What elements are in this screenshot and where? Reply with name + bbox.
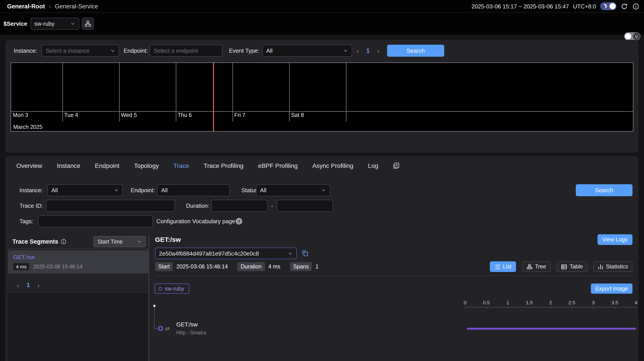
segments-page-number[interactable]: 1	[26, 282, 30, 288]
trace-search-button[interactable]: Search	[576, 184, 632, 196]
filter-status-select[interactable]: All	[256, 184, 330, 196]
tab-log[interactable]: Log	[368, 162, 378, 169]
theme-toggle[interactable]	[600, 2, 616, 10]
tab-bar: Overview Instance Endpoint Topology Trac…	[5, 156, 639, 176]
time-range-value[interactable]: 2025-03-06 15:17 ~ 2025-03-06 15:47	[472, 3, 569, 10]
service-select[interactable]: sw-ruby	[30, 18, 79, 30]
timeline-current-time-marker	[213, 63, 214, 131]
start-label-badge: Start	[155, 262, 173, 271]
tab-async-profiling[interactable]: Async Profiling	[312, 162, 353, 169]
span-name[interactable]: GET:/sw	[176, 321, 198, 328]
segments-next-page-button[interactable]: ›	[38, 281, 40, 289]
ruler-tick-label: 2	[549, 300, 552, 305]
timeline-gridline	[62, 63, 63, 121]
timeline-day-label: Wed 5	[121, 112, 137, 118]
segments-info-icon[interactable]	[60, 239, 66, 244]
view-statistics-button[interactable]: Statistics	[594, 261, 632, 272]
span-connector-vertical	[154, 307, 154, 329]
span-connector-horizontal	[154, 329, 158, 329]
tab-trace[interactable]: Trace	[174, 162, 189, 169]
service-tag[interactable]: sw-ruby	[154, 284, 189, 294]
events-instance-select[interactable]: Select a instance	[42, 45, 119, 57]
tab-topology[interactable]: Topology	[134, 162, 159, 169]
timeline-month-label: March 2025	[13, 124, 42, 130]
view-table-button[interactable]: Table	[557, 261, 587, 272]
ruler-tick	[529, 307, 530, 309]
view-switcher: List Tree Table Statistics	[490, 261, 632, 272]
chevron-down-icon	[114, 188, 119, 193]
tab-ebpf-profiling[interactable]: eBPF Profiling	[258, 162, 298, 169]
info-icon[interactable]	[632, 2, 640, 10]
trace-segment-item[interactable]: GET:/sw 4 ms 2025-03-06 15:46:14	[8, 250, 148, 273]
segments-empty-area	[8, 292, 148, 361]
events-search-button[interactable]: Search	[387, 45, 444, 57]
breadcrumb-root[interactable]: General-Root	[7, 3, 45, 10]
trace-filter-row-3: Tags: Configuration Vocabulary page ?	[5, 215, 639, 227]
segments-sort-select[interactable]: Start Time	[94, 236, 146, 247]
filter-instance-select[interactable]: All	[48, 184, 123, 196]
filter-trace-id-label: Trace ID:	[20, 200, 43, 212]
ruler-tick	[572, 307, 572, 309]
version-toggle[interactable]: V	[624, 32, 640, 40]
segment-name: GET:/sw	[13, 254, 143, 260]
ruler-tick-label: 2.5	[568, 300, 575, 305]
main-panel: Overview Instance Endpoint Topology Trac…	[5, 156, 639, 361]
filter-instance-value: All	[52, 187, 111, 194]
table-icon	[561, 264, 567, 269]
events-prev-page-button[interactable]: ‹	[356, 47, 359, 54]
chevron-down-icon	[343, 48, 348, 53]
events-filter-row: Instance: Select a instance Endpoint: Se…	[5, 45, 639, 57]
filter-status-value: All	[260, 187, 318, 194]
ruler-tick-label: 3.5	[612, 300, 618, 305]
duration-max-input[interactable]	[277, 200, 333, 212]
tab-trace-profiling[interactable]: Trace Profiling	[204, 162, 244, 169]
events-event-type-select[interactable]: All	[262, 45, 352, 57]
trace-id-input[interactable]	[46, 200, 175, 212]
ruler-tick	[508, 307, 508, 309]
copy-trace-id-icon[interactable]	[302, 250, 308, 256]
moon-icon	[602, 4, 607, 8]
tab-endpoint[interactable]: Endpoint	[95, 162, 120, 169]
refresh-icon[interactable]	[620, 2, 628, 10]
trace-id-select[interactable]: 2e50a4f6884d497a81e97d5c4c20e0c8	[155, 248, 297, 259]
events-next-page-button[interactable]: ›	[377, 47, 379, 54]
service-tag-circle-icon	[158, 287, 162, 290]
trace-filter-row-1: Instance: All Endpoint: All Status: All …	[5, 184, 639, 196]
chevron-down-icon	[70, 21, 75, 26]
tab-overview[interactable]: Overview	[16, 162, 42, 169]
view-tree-button[interactable]: Tree	[522, 261, 551, 272]
duration-label-badge: Duration	[238, 262, 265, 271]
timeline-day-label: Sat 8	[291, 112, 304, 118]
tab-instance[interactable]: Instance	[57, 162, 80, 169]
timezone-value[interactable]: UTC+8:0	[573, 3, 596, 10]
segments-prev-page-button[interactable]: ‹	[17, 281, 19, 289]
timeline-day-label: Mon 3	[13, 112, 28, 118]
topology-button[interactable]	[82, 18, 94, 30]
span-duration-bar[interactable]	[467, 328, 636, 330]
export-image-button[interactable]: Export image	[591, 284, 632, 294]
span-node-circle[interactable]	[158, 326, 163, 331]
trace-detail-title: GET:/sw	[155, 236, 181, 243]
events-event-type-label: Event Type:	[229, 45, 259, 57]
events-pagination: ‹ 1 ›	[356, 45, 379, 57]
copy-dashboard-icon[interactable]	[393, 162, 400, 169]
vocabulary-link[interactable]: Configuration Vocabulary page	[156, 215, 235, 227]
events-endpoint-select[interactable]: Select a endpoint	[150, 45, 222, 57]
breadcrumb-current[interactable]: General-Service	[55, 3, 98, 10]
events-page-number[interactable]: 1	[366, 48, 370, 54]
view-logs-button[interactable]: View Logs	[597, 234, 632, 245]
service-label: $Service	[4, 20, 27, 27]
duration-separator: -	[271, 200, 273, 212]
trace-segments-header: Trace Segments Start Time	[8, 235, 148, 249]
ruler-tick-label: 1	[506, 300, 509, 305]
skywalking-dashboard: General-Root › General-Service 2025-03-0…	[0, 0, 644, 361]
segments-pagination: ‹ 1 ›	[17, 279, 40, 291]
start-value: 2025-03-06 15:46:14	[176, 264, 228, 270]
view-list-button[interactable]: List	[490, 261, 516, 272]
events-timeline[interactable]: Mon 3 Tue 4 Wed 5 Thu 6 Fri 7 Sat 8 Marc…	[11, 62, 633, 132]
filter-endpoint-select[interactable]: All	[157, 184, 230, 196]
help-icon[interactable]: ?	[236, 218, 242, 224]
service-bar: $Service sw-ruby V	[0, 12, 644, 34]
tags-input[interactable]	[38, 215, 153, 227]
duration-min-input[interactable]	[211, 200, 268, 212]
